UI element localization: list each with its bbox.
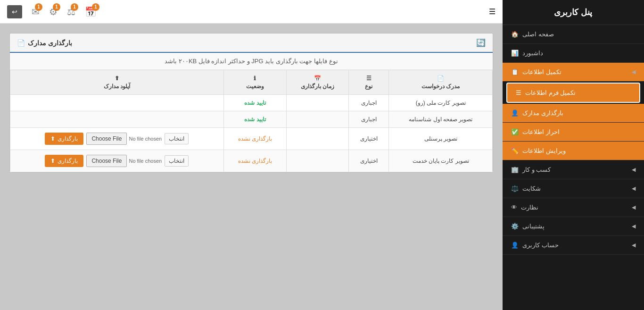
type-cell: اختیاری (349, 150, 389, 172)
main-area: ↩ ✉ 1 ⚙ 1 ⚖ 1 📅 1 ☰ (0, 0, 503, 310)
back-button[interactable]: ↩ (7, 5, 22, 18)
time-cell (287, 128, 349, 150)
balance-badge: 1 (71, 3, 78, 11)
status-cell: بارگذاری نشده (223, 150, 287, 172)
verify-info-label: احراز اطلاعات (522, 128, 560, 135)
upload-button-row3[interactable]: ⬆ بارگذاری (45, 133, 83, 145)
sidebar-item-verify-info[interactable]: احراز اطلاعات ✅ (503, 123, 644, 142)
choose-file-button-row4[interactable]: Choose File (86, 155, 127, 167)
upload-docs-label: بارگذاری مدارک (522, 109, 563, 117)
refresh-button[interactable]: 🔄 (476, 38, 486, 47)
status-badge: تایید شده (244, 116, 265, 123)
monitoring-label: نظارت (521, 204, 538, 211)
user-account-icon: 👤 (511, 242, 519, 249)
doc-name-cell: تصویر صفحه اول شناسنامه (389, 111, 493, 128)
sidebar-item-edit-info[interactable]: ویرایش اطلاعات ✏️ (503, 142, 644, 160)
upload-button-row4[interactable]: ⬆ بارگذاری (45, 155, 83, 167)
doc-name-cell: تصویر پرسنلی (389, 128, 493, 150)
sidebar-item-complete-info[interactable]: ◀ تکمیل اطلاعات 📋 (503, 63, 644, 82)
monitoring-icon: 👁 (511, 204, 517, 211)
upload-area-row3: ⬆ بارگذاری Choose File No file chosen ان… (16, 133, 218, 145)
time-cell (287, 150, 349, 172)
col-upload-doc: ⬆ آپلود مدارک (10, 70, 224, 95)
user-account-label: حساب کاربری (522, 242, 559, 249)
status-cell: تایید شده (223, 111, 287, 128)
file-input-wrapper-row4: Choose File No file chosen (86, 155, 162, 167)
status-header-icon: ℹ (254, 75, 256, 82)
file-name-row4: No file chosen (129, 158, 162, 164)
sidebar-item-complete-form[interactable]: تکمیل فرم اطلاعات ☰ (506, 83, 640, 103)
sidebar-item-user-account[interactable]: ◀ حساب کاربری 👤 (503, 236, 644, 255)
list-icon: ☰ (516, 89, 521, 96)
sidebar-item-support[interactable]: ◀ پشتیبانی ⚙️ (503, 217, 644, 236)
calendar-badge: 1 (92, 3, 99, 11)
home-icon: 🏠 (511, 31, 519, 38)
verify-icon: ✅ (511, 128, 519, 135)
file-input-wrapper-row3: Choose File No file chosen (86, 133, 162, 145)
type-cell: اختیاری (349, 128, 389, 150)
upload-cell (10, 95, 224, 111)
home-label: صفحه اصلی (522, 31, 554, 38)
panel-header: 🔄 بارگذاری مدارک 📄 (10, 34, 493, 53)
business-icon: 🏢 (511, 166, 519, 173)
documents-table: 📄 مدرک درخواست ☰ نوع 📅 (10, 70, 493, 172)
chevron-monitoring-icon: ◀ (632, 204, 636, 210)
upload-btn-icon: ⬆ (50, 135, 55, 142)
chevron-account-icon: ◀ (632, 242, 636, 248)
doc-name-cell: تصویر کارت پایان خدمت (389, 150, 493, 172)
settings-badge: 1 (53, 3, 60, 11)
type-header-icon: ☰ (366, 75, 372, 82)
sidebar: پنل کاربری صفحه اصلی 🏠 داشبورد 📊 ◀ تکمیل… (503, 0, 644, 310)
sidebar-item-monitoring[interactable]: ◀ نظارت 👁 (503, 198, 644, 217)
dashboard-label: داشبورد (522, 50, 543, 57)
main-content: 🔄 بارگذاری مدارک 📄 نوع فایلها جهت بارگذا… (0, 24, 503, 310)
type-cell: اجباری (349, 111, 389, 128)
top-bar-menu[interactable]: ☰ (489, 7, 495, 16)
chevron-support-icon: ◀ (632, 223, 636, 229)
status-cell: بارگذاری نشده (223, 128, 287, 150)
upload-cell[interactable]: ⬆ بارگذاری Choose File No file chosen ان… (10, 150, 224, 172)
panel-title-icon: 📄 (17, 39, 25, 47)
select-label-row4: انتخاب (165, 155, 189, 167)
upload-cell (10, 111, 224, 128)
calendar-notification[interactable]: 📅 1 (85, 6, 97, 17)
choose-file-button-row3[interactable]: Choose File (86, 133, 127, 145)
col-upload-time: 📅 زمان بارگذاری (287, 70, 349, 95)
complaints-label: شکایت (522, 185, 541, 192)
type-cell: اجباری (349, 95, 389, 111)
sidebar-item-home[interactable]: صفحه اصلی 🏠 (503, 25, 644, 44)
time-cell (287, 95, 349, 111)
mail-notification[interactable]: ✉ 1 (32, 6, 40, 17)
upload-cell[interactable]: ⬆ بارگذاری Choose File No file chosen ان… (10, 128, 224, 150)
business-label: کسب و کار (522, 166, 551, 173)
chevron-business-icon: ◀ (632, 167, 636, 173)
sidebar-item-business[interactable]: ◀ کسب و کار 🏢 (503, 160, 644, 179)
chevron-down-icon: ◀ (632, 69, 636, 75)
complete-info-icon: 📋 (511, 68, 519, 75)
status-badge: تایید شده (244, 100, 265, 106)
select-label-row3: انتخاب (165, 133, 189, 144)
time-cell (287, 111, 349, 128)
upload-btn-icon-row4: ⬆ (50, 158, 55, 164)
upload-panel: 🔄 بارگذاری مدارک 📄 نوع فایلها جهت بارگذا… (9, 33, 493, 173)
sidebar-item-dashboard[interactable]: داشبورد 📊 (503, 44, 644, 63)
upload-header-icon: ⬆ (115, 75, 119, 82)
dashboard-icon: 📊 (511, 50, 519, 57)
table-row: تصویر کارت پایان خدمت اختیاری بارگذاری ن… (10, 150, 493, 172)
status-badge: بارگذاری نشده (238, 135, 272, 142)
col-request-doc: 📄 مدرک درخواست (389, 70, 493, 95)
settings-notification[interactable]: ⚙ 1 (49, 6, 58, 17)
balance-notification[interactable]: ⚖ 1 (67, 6, 75, 17)
doc-header-icon: 📄 (437, 75, 444, 82)
menu-icon: ☰ (489, 8, 495, 16)
sidebar-item-upload-docs[interactable]: بارگذاری مدارک 👤 (503, 104, 644, 123)
complete-form-label: تکمیل فرم اطلاعات (525, 89, 576, 96)
upload-area-row4: ⬆ بارگذاری Choose File No file chosen ان… (16, 155, 218, 167)
chevron-complaints-icon: ◀ (632, 185, 636, 192)
status-cell: تایید شده (223, 95, 287, 111)
sidebar-item-complaints[interactable]: ◀ شکایت ⚖️ (503, 179, 644, 198)
col-type: ☰ نوع (349, 70, 389, 95)
panel-title: بارگذاری مدارک 📄 (17, 39, 72, 47)
complaints-icon: ⚖️ (511, 185, 519, 192)
time-header-icon: 📅 (314, 75, 321, 82)
